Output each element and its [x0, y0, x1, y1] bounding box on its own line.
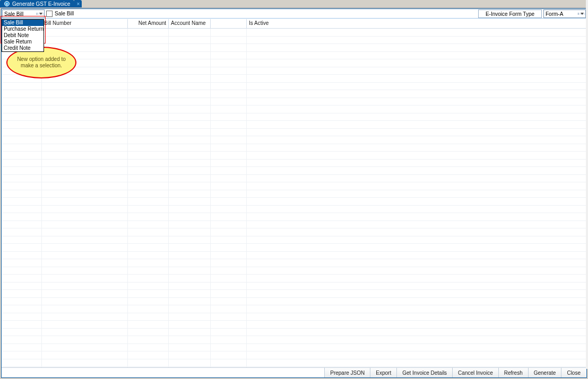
table-cell: [128, 29, 169, 36]
table-row[interactable]: [2, 136, 586, 144]
table-row[interactable]: [2, 121, 586, 129]
table-row[interactable]: [2, 298, 586, 306]
table-row[interactable]: [2, 44, 586, 52]
col-bill-number[interactable]: Bill Number: [42, 19, 128, 29]
table-row[interactable]: [2, 283, 586, 290]
table-row[interactable]: [2, 359, 586, 367]
table-cell: [211, 213, 247, 221]
grid-body[interactable]: [2, 29, 586, 367]
close-button[interactable]: Close: [561, 368, 586, 377]
table-cell: [211, 136, 247, 144]
table-cell: [42, 275, 128, 282]
table-cell: [128, 44, 169, 51]
table-row[interactable]: [2, 29, 586, 37]
table-cell: [169, 182, 211, 190]
col-account-name[interactable]: Account Name: [169, 19, 211, 29]
table-row[interactable]: [2, 105, 586, 113]
table-row[interactable]: [2, 290, 586, 298]
table-cell: [247, 37, 586, 44]
table-row[interactable]: [2, 351, 586, 359]
einvoice-form-type-label: E-Invoice Form Type: [478, 10, 542, 18]
get-invoice-details-button[interactable]: Get Invoice Details: [396, 368, 452, 377]
table-cell: [169, 313, 211, 321]
table-row[interactable]: [2, 221, 586, 229]
table-row[interactable]: [2, 198, 586, 206]
tab-close-button[interactable]: ×: [74, 0, 82, 7]
table-cell: [247, 98, 586, 105]
form-type-combo-button[interactable]: [578, 13, 585, 15]
table-row[interactable]: [2, 83, 586, 91]
grid: Date Bill Number Net Amount Account Name…: [2, 19, 586, 367]
table-row[interactable]: [2, 182, 586, 190]
table-row[interactable]: [2, 59, 586, 67]
dropdown-item[interactable]: Sale Bill: [2, 20, 44, 26]
table-row[interactable]: [2, 305, 586, 313]
col-net-amount[interactable]: Net Amount: [128, 19, 169, 29]
tab-bar: e Generate GST E-Invoice ×: [0, 0, 588, 8]
table-row[interactable]: [2, 344, 586, 352]
table-cell: [169, 44, 211, 51]
table-cell: [247, 252, 586, 259]
bill-type-dropdown-list[interactable]: Sale BillPurchase ReturnDebit NoteSale R…: [2, 19, 44, 52]
dropdown-item[interactable]: Sale Return: [2, 39, 44, 45]
table-row[interactable]: [2, 206, 586, 214]
table-row[interactable]: [2, 98, 586, 106]
refresh-button[interactable]: Refresh: [498, 368, 528, 377]
table-cell: [42, 37, 128, 44]
table-cell: [247, 206, 586, 213]
sale-bill-checkbox[interactable]: [46, 11, 53, 17]
table-row[interactable]: [2, 336, 586, 344]
tab-generate-einvoice[interactable]: e Generate GST E-Invoice: [0, 0, 74, 7]
footer-bar: Prepare JSON Export Get Invoice Details …: [2, 367, 586, 377]
table-cell: [211, 121, 247, 128]
table-row[interactable]: [2, 313, 586, 321]
table-cell: [128, 198, 169, 205]
table-row[interactable]: [2, 144, 586, 152]
scroll-strip[interactable]: [586, 0, 588, 369]
col-is-active[interactable]: Is Active: [247, 19, 586, 29]
bill-type-combo-button[interactable]: [37, 13, 44, 15]
table-cell: [169, 252, 211, 259]
table-row[interactable]: [2, 252, 586, 260]
table-row[interactable]: [2, 129, 586, 137]
table-row[interactable]: [2, 236, 586, 244]
table-row[interactable]: [2, 160, 586, 168]
table-cell: [169, 290, 211, 297]
table-row[interactable]: [2, 75, 586, 83]
table-cell: [211, 75, 247, 82]
table-row[interactable]: [2, 321, 586, 329]
table-row[interactable]: [2, 175, 586, 183]
table-cell: [211, 313, 247, 321]
cancel-invoice-button[interactable]: Cancel Invoice: [452, 368, 498, 377]
table-cell: [169, 190, 211, 198]
prepare-json-button[interactable]: Prepare JSON: [324, 368, 370, 377]
table-row[interactable]: [2, 52, 586, 60]
bill-type-combo[interactable]: Sale Bill: [2, 10, 45, 18]
table-row[interactable]: [2, 213, 586, 221]
table-row[interactable]: [2, 190, 586, 198]
table-row[interactable]: [2, 329, 586, 337]
sale-bill-checkbox-wrap[interactable]: Sale Bill: [46, 9, 74, 18]
form-type-combo[interactable]: Form-A: [543, 10, 586, 18]
table-cell: [169, 67, 211, 75]
dropdown-item[interactable]: Credit Note: [2, 45, 44, 51]
table-row[interactable]: [2, 167, 586, 175]
table-row[interactable]: [2, 152, 586, 160]
table-row[interactable]: [2, 37, 586, 45]
table-row[interactable]: [2, 90, 586, 98]
generate-button[interactable]: Generate: [528, 368, 561, 377]
dropdown-item[interactable]: Debit Note: [2, 32, 44, 39]
table-row[interactable]: [2, 244, 586, 252]
table-row[interactable]: [2, 275, 586, 283]
tab-title: Generate GST E-Invoice: [12, 1, 70, 7]
table-row[interactable]: [2, 259, 586, 267]
table-row[interactable]: [2, 113, 586, 121]
dropdown-item[interactable]: Purchase Return: [2, 26, 44, 32]
table-cell: [169, 136, 211, 144]
table-cell: [42, 244, 128, 251]
export-button[interactable]: Export: [370, 368, 396, 377]
table-row[interactable]: [2, 228, 586, 236]
table-row[interactable]: [2, 67, 586, 75]
table-row[interactable]: [2, 267, 586, 275]
table-cell: [211, 144, 247, 152]
